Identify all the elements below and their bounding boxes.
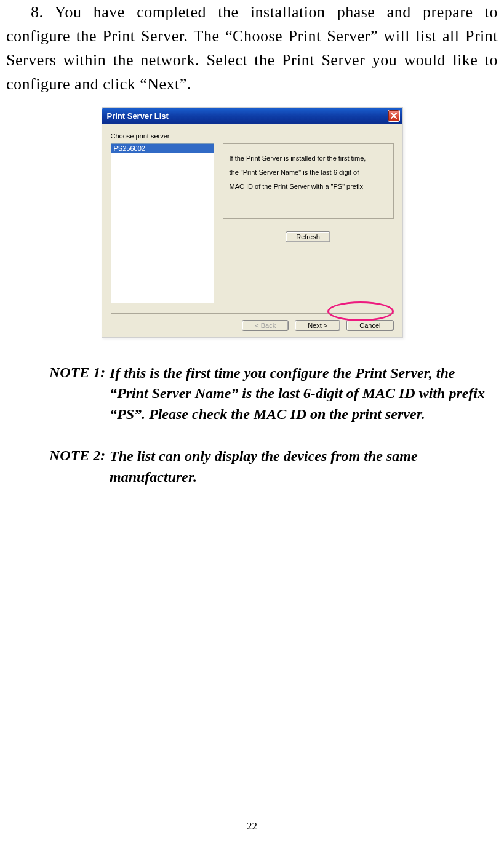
next-button[interactable]: Next > — [295, 320, 340, 331]
close-button[interactable] — [388, 110, 400, 122]
dialog-titlebar: Print Server List — [102, 108, 402, 124]
divider — [111, 313, 394, 314]
refresh-button[interactable]: Refresh — [286, 231, 330, 242]
page-number: 22 — [0, 820, 504, 832]
note-1: NOTE 1: If this is the first time you co… — [49, 362, 492, 425]
note-2-body: The list can only display the devices fr… — [110, 446, 492, 487]
note-2-label: NOTE 2: — [49, 447, 105, 463]
info-line: MAC ID of the Print Server with a "PS" p… — [230, 180, 387, 194]
close-icon — [391, 113, 397, 119]
dialog-window: Print Server List Choose print server PS… — [102, 107, 403, 338]
choose-label: Choose print server — [111, 132, 394, 140]
list-item[interactable]: PS256002 — [111, 144, 214, 153]
note-2: NOTE 2: The list can only display the de… — [49, 445, 492, 487]
note-1-label: NOTE 1: — [49, 364, 105, 380]
step-number: 8. — [31, 0, 44, 24]
step-paragraph: 8. You have completed the installation p… — [6, 0, 498, 96]
back-button: < Back — [242, 320, 289, 331]
note-1-body: If this is the first time you configure … — [110, 363, 492, 425]
highlight-ring — [327, 301, 394, 321]
info-line: the "Print Server Name" is the last 6 di… — [230, 166, 387, 180]
print-server-listbox[interactable]: PS256002 — [111, 143, 214, 303]
info-box: If the Print Server is installed for the… — [223, 143, 394, 219]
info-line: If the Print Server is installed for the… — [230, 151, 387, 166]
cancel-button[interactable]: Cancel — [346, 320, 393, 331]
dialog-title: Print Server List — [107, 111, 169, 121]
step-text: You have completed the installation phas… — [6, 3, 498, 93]
